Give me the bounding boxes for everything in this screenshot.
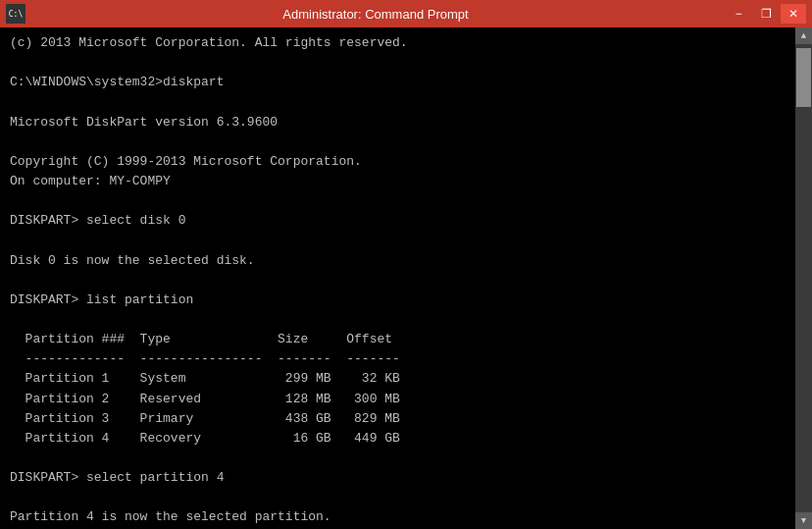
scrollbar[interactable]: ▲ ▼ <box>795 27 812 529</box>
minimize-button[interactable]: − <box>726 4 751 24</box>
window-controls: − ❐ ✕ <box>726 4 806 24</box>
terminal-output[interactable]: (c) 2013 Microsoft Corporation. All righ… <box>0 27 795 529</box>
titlebar: C:\ Administrator: Command Prompt − ❐ ✕ <box>0 0 812 27</box>
scroll-up-button[interactable]: ▲ <box>795 27 812 44</box>
command-prompt-window: C:\ Administrator: Command Prompt − ❐ ✕ … <box>0 0 812 529</box>
close-button[interactable]: ✕ <box>781 4 806 24</box>
scroll-track <box>795 44 812 512</box>
restore-button[interactable]: ❐ <box>753 4 779 24</box>
scroll-down-button[interactable]: ▼ <box>795 512 812 529</box>
terminal-area: (c) 2013 Microsoft Corporation. All righ… <box>0 27 812 529</box>
window-title: Administrator: Command Prompt <box>25 7 726 22</box>
scroll-thumb[interactable] <box>796 48 811 107</box>
window-icon-label: C:\ <box>9 10 23 19</box>
window-icon: C:\ <box>6 4 25 24</box>
